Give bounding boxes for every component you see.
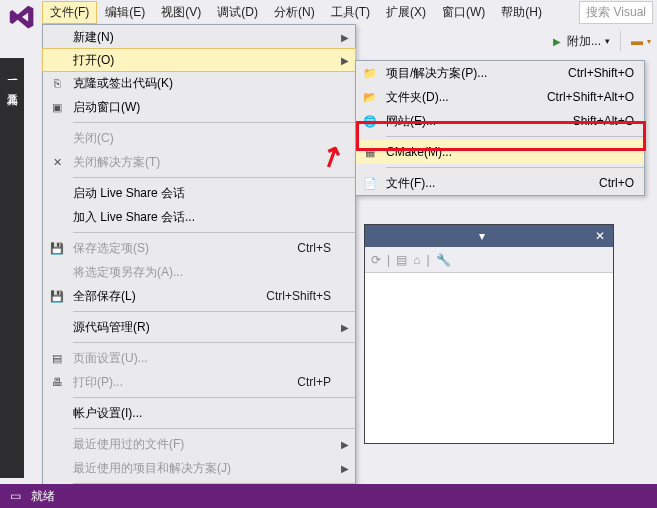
panel-tool-refresh-icon[interactable]: ⟳ [371, 253, 381, 267]
search-input[interactable]: 搜索 Visual [579, 1, 653, 24]
side-toolwells: 服务器资源管理器 工具箱 [0, 58, 24, 478]
menu-extensions[interactable]: 扩展(X) [378, 1, 434, 24]
menu-analyze[interactable]: 分析(N) [266, 1, 323, 24]
menu-file[interactable]: 文件(F) [42, 1, 97, 24]
panel-close-icon[interactable]: ✕ [591, 229, 609, 243]
menu-help[interactable]: 帮助(H) [493, 1, 550, 24]
file-account[interactable]: 帐户设置(I)... [43, 401, 355, 425]
open-submenu: 📁项目/解决方案(P)...Ctrl+Shift+O 📂文件夹(D)...Ctr… [355, 60, 645, 196]
panel-toolbar: ⟳ | ▤ ⌂ | 🔧 [365, 247, 613, 273]
file-liveshare-join[interactable]: 加入 Live Share 会话... [43, 205, 355, 229]
file-close[interactable]: 关闭(C) [43, 126, 355, 150]
file-new[interactable]: 新建(N)▶ [43, 25, 355, 49]
window-icon: ▣ [49, 99, 65, 115]
chevron-right-icon: ▶ [341, 439, 349, 450]
file-recent-solutions[interactable]: 最近使用的项目和解决方案(J)▶ [43, 456, 355, 480]
menu-view[interactable]: 视图(V) [153, 1, 209, 24]
file-startwindow[interactable]: ▣启动窗口(W) [43, 95, 355, 119]
panel-tool-list-icon[interactable]: ▤ [396, 253, 407, 267]
menu-tools[interactable]: 工具(T) [323, 1, 378, 24]
panel-pin-icon[interactable]: ▾ [475, 229, 489, 243]
project-icon: 📁 [362, 65, 378, 81]
tool-panel: ▾ ✕ ⟳ | ▤ ⌂ | 🔧 [364, 224, 614, 444]
close-sol-icon: ✕ [49, 154, 65, 170]
panel-tool-home-icon[interactable]: ⌂ [413, 253, 420, 267]
file-close-solution[interactable]: ✕关闭解决方案(T) [43, 150, 355, 174]
vs-logo-icon [8, 3, 36, 31]
file-save-all[interactable]: 💾全部保存(L)Ctrl+Shift+S [43, 284, 355, 308]
toolbar-extra-icon[interactable]: ▬▾ [625, 32, 657, 50]
panel-titlebar[interactable]: ▾ ✕ [365, 225, 613, 247]
panel-tool-wrench-icon[interactable]: 🔧 [436, 253, 451, 267]
clone-icon: ⎘ [49, 75, 65, 91]
file-scm[interactable]: 源代码管理(R)▶ [43, 315, 355, 339]
open-folder[interactable]: 📂文件夹(D)...Ctrl+Shift+Alt+O [356, 85, 644, 109]
open-project[interactable]: 📁项目/解决方案(P)...Ctrl+Shift+O [356, 61, 644, 85]
statusbar-ready: 就绪 [31, 488, 55, 505]
vtab-toolbox[interactable]: 工具箱 [3, 80, 22, 92]
play-icon[interactable]: ▶ [553, 36, 561, 47]
menu-window[interactable]: 窗口(W) [434, 1, 493, 24]
file-clone[interactable]: ⎘克隆或签出代码(K) [43, 71, 355, 95]
statusbar-icon: ▭ [10, 489, 21, 503]
file-icon: 📄 [362, 175, 378, 191]
panel-title [369, 229, 372, 243]
statusbar: ▭ 就绪 [0, 484, 657, 508]
vtab-server-explorer[interactable]: 服务器资源管理器 [3, 64, 22, 76]
chevron-right-icon: ▶ [341, 32, 349, 43]
file-liveshare-start[interactable]: 启动 Live Share 会话 [43, 181, 355, 205]
file-save-as[interactable]: 将选定项另存为(A)... [43, 260, 355, 284]
menubar: 文件(F) 编辑(E) 视图(V) 调试(D) 分析(N) 工具(T) 扩展(X… [0, 0, 657, 24]
menu-edit[interactable]: 编辑(E) [97, 1, 153, 24]
attach-button[interactable]: 附加... ▾ [561, 31, 616, 52]
menu-debug[interactable]: 调试(D) [209, 1, 266, 24]
chevron-right-icon: ▶ [341, 463, 349, 474]
print-icon: 🖶 [49, 374, 65, 390]
file-open[interactable]: 打开(O)▶ [42, 48, 356, 72]
save-icon: 💾 [49, 240, 65, 256]
file-page-setup[interactable]: ▤页面设置(U)... [43, 346, 355, 370]
chevron-right-icon: ▶ [341, 322, 349, 333]
open-file[interactable]: 📄文件(F)...Ctrl+O [356, 171, 644, 195]
file-print[interactable]: 🖶打印(P)...Ctrl+P [43, 370, 355, 394]
chevron-right-icon: ▶ [341, 55, 349, 66]
open-cmake[interactable]: ▦CMake(M)... [356, 140, 644, 164]
open-website[interactable]: 🌐网站(E)...Shift+Alt+O [356, 109, 644, 133]
cmake-icon: ▦ [362, 144, 378, 160]
globe-icon: 🌐 [362, 113, 378, 129]
page-icon: ▤ [49, 350, 65, 366]
save-all-icon: 💾 [49, 288, 65, 304]
folder-icon: 📂 [362, 89, 378, 105]
file-save-selected[interactable]: 💾保存选定项(S)Ctrl+S [43, 236, 355, 260]
file-recent-files[interactable]: 最近使用过的文件(F)▶ [43, 432, 355, 456]
file-dropdown: 新建(N)▶ 打开(O)▶ ⎘克隆或签出代码(K) ▣启动窗口(W) 关闭(C)… [42, 24, 356, 508]
